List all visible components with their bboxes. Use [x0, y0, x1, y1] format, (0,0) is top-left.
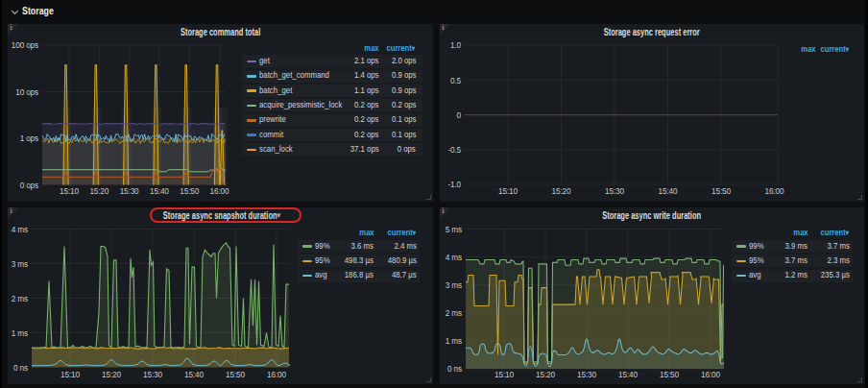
svg-text:0: 0: [457, 109, 462, 120]
svg-text:16:00: 16:00: [765, 186, 784, 197]
svg-text:15:50: 15:50: [660, 370, 679, 380]
svg-text:0 ns: 0 ns: [447, 364, 463, 375]
svg-text:1 ms: 1 ms: [446, 336, 463, 347]
svg-text:0.5: 0.5: [450, 75, 461, 85]
svg-text:15:10: 15:10: [60, 370, 80, 380]
svg-text:0 ops: 0 ops: [20, 180, 39, 190]
svg-text:15:10: 15:10: [494, 370, 514, 380]
svg-text:1 ops: 1 ops: [20, 133, 39, 144]
svg-text:15:30: 15:30: [120, 186, 139, 197]
svg-text:2 ms: 2 ms: [446, 308, 463, 319]
svg-text:15:20: 15:20: [536, 370, 555, 380]
svg-text:15:20: 15:20: [102, 370, 121, 380]
svg-text:15:10: 15:10: [60, 186, 79, 197]
svg-text:-1.0: -1.0: [447, 180, 461, 190]
svg-text:16:00: 16:00: [210, 186, 229, 197]
svg-text:4 ms: 4 ms: [446, 252, 463, 262]
svg-text:16:00: 16:00: [701, 370, 720, 380]
svg-text:15:30: 15:30: [143, 370, 162, 380]
svg-text:15:10: 15:10: [498, 186, 518, 197]
svg-text:5 ms: 5 ms: [446, 224, 463, 234]
svg-text:4 ms: 4 ms: [12, 224, 29, 234]
svg-text:15:50: 15:50: [226, 370, 245, 380]
svg-text:10 ops: 10 ops: [15, 86, 38, 97]
svg-text:15:20: 15:20: [89, 186, 108, 197]
svg-text:16:00: 16:00: [267, 370, 286, 380]
svg-text:-0.5: -0.5: [447, 145, 461, 156]
svg-text:3 ms: 3 ms: [446, 280, 463, 291]
svg-text:2 ms: 2 ms: [12, 293, 29, 303]
svg-text:15:30: 15:30: [605, 186, 624, 197]
svg-text:15:20: 15:20: [552, 186, 571, 197]
svg-text:1.0: 1.0: [450, 40, 461, 51]
svg-text:15:30: 15:30: [577, 370, 596, 380]
svg-text:0 ns: 0 ns: [13, 362, 29, 373]
svg-text:15:40: 15:40: [659, 186, 678, 197]
svg-text:1 ms: 1 ms: [12, 327, 29, 338]
svg-text:100 ops: 100 ops: [12, 40, 39, 51]
svg-text:15:50: 15:50: [180, 186, 199, 197]
svg-text:15:40: 15:40: [184, 370, 204, 380]
svg-text:15:50: 15:50: [711, 186, 731, 197]
svg-text:15:40: 15:40: [618, 370, 638, 380]
svg-text:3 ms: 3 ms: [12, 258, 29, 269]
svg-text:15:40: 15:40: [150, 186, 169, 197]
